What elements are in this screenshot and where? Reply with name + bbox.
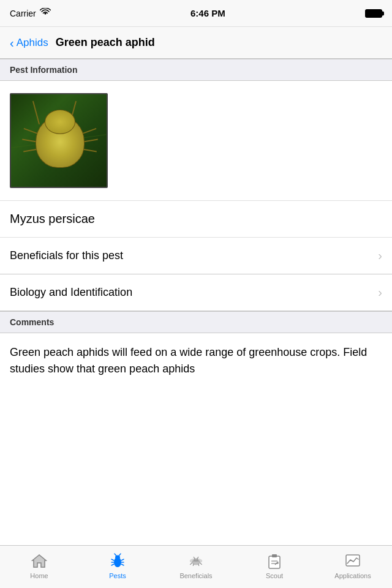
back-label: Aphids [17, 37, 48, 49]
svg-line-6 [111, 564, 114, 565]
svg-line-4 [111, 559, 114, 560]
svg-line-2 [115, 554, 116, 556]
beneficials-label: Beneficials for this pest [10, 249, 123, 262]
tab-home-label: Home [30, 572, 48, 579]
back-button[interactable]: ‹ Aphids [10, 37, 48, 49]
svg-rect-21 [272, 554, 277, 557]
battery-icon [365, 9, 382, 18]
svg-line-18 [200, 563, 202, 565]
tab-pests-label: Pests [109, 572, 126, 579]
applications-icon [344, 552, 362, 570]
status-bar: Carrier 6:46 PM [0, 0, 392, 27]
biology-list-item[interactable]: Biology and Identification › [0, 274, 392, 311]
tab-scout[interactable]: Scout [235, 546, 314, 588]
tab-beneficials[interactable]: Beneficials [157, 546, 235, 588]
svg-line-9 [121, 564, 124, 565]
comments-text: Green peach aphids will feed on a wide r… [0, 333, 392, 388]
scout-icon [265, 552, 284, 570]
biology-chevron-icon: › [378, 285, 382, 300]
time-label: 6:46 PM [190, 8, 225, 18]
svg-line-16 [190, 563, 192, 565]
scientific-name-section: Myzus persicae [0, 201, 392, 238]
tab-scout-label: Scout [266, 572, 283, 579]
comments-header: Comments [0, 311, 392, 333]
tab-bar: Home Pests [0, 545, 392, 588]
comments-header-text: Comments [10, 317, 54, 327]
aphid-head [45, 110, 75, 134]
carrier-label: Carrier [10, 8, 51, 18]
svg-line-15 [197, 557, 198, 559]
beneficials-list-item[interactable]: Beneficials for this pest › [0, 238, 392, 274]
tab-applications-label: Applications [334, 572, 371, 579]
page-title: Green peach aphid [56, 36, 155, 49]
pest-information-header: Pest Information [0, 59, 392, 81]
tab-applications[interactable]: Applications [314, 546, 392, 588]
svg-rect-26 [346, 555, 360, 566]
svg-line-14 [194, 557, 195, 559]
tab-beneficials-label: Beneficials [179, 572, 212, 579]
biology-label: Biology and Identification [10, 286, 132, 299]
pest-image [10, 93, 108, 188]
pests-icon [108, 552, 127, 570]
beneficials-icon [187, 552, 205, 570]
navigation-bar: ‹ Aphids Green peach aphid [0, 27, 392, 59]
battery-indicator [365, 9, 382, 18]
home-icon [30, 552, 48, 570]
svg-line-3 [119, 554, 121, 556]
scientific-name: Myzus persicae [10, 212, 95, 225]
content-area: Pest Information Myzus persicae Benefici… [0, 59, 392, 545]
wifi-icon [40, 8, 51, 18]
tab-pests[interactable]: Pests [78, 546, 157, 588]
beneficials-chevron-icon: › [378, 249, 382, 263]
tab-home[interactable]: Home [0, 546, 78, 588]
section-header-text: Pest Information [10, 65, 77, 75]
carrier-text: Carrier [10, 9, 36, 18]
pest-image-section [0, 81, 392, 201]
back-chevron-icon: ‹ [10, 37, 14, 49]
svg-line-7 [121, 559, 124, 560]
